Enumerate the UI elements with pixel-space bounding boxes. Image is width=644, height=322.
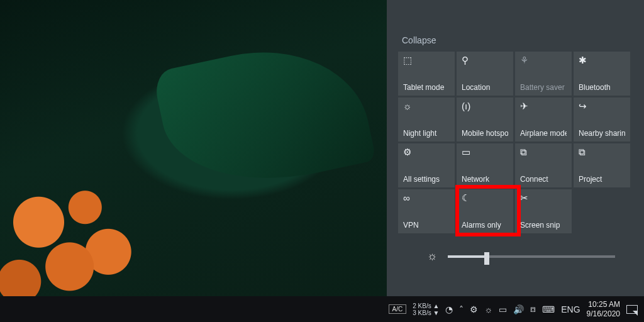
tile-focus-assist[interactable]: ☾ Alarms only — [457, 189, 513, 233]
tile-network[interactable]: ▭ Network — [457, 143, 513, 187]
slider-thumb[interactable] — [484, 252, 489, 265]
tile-label: All settings — [403, 175, 450, 184]
tray-keyboard-icon[interactable]: ⌨ — [542, 304, 555, 314]
taskbar-right: A/C 2 KB/s ▲ 3 KB/s ▼ ◔ ˄ ⚙ ☼ ▭ 🔊 ⧈ ⌨ EN… — [389, 300, 644, 318]
tray-volume-icon[interactable]: 🔊 — [513, 304, 524, 314]
language-indicator[interactable]: ENG — [561, 304, 580, 314]
tile-battery-saver[interactable]: ⚘ Battery saver — [515, 52, 572, 96]
clock-time: 10:25 AM — [587, 300, 620, 309]
snip-icon: ✂ — [520, 193, 567, 203]
leaf-icon: ⚘ — [520, 55, 567, 65]
tile-label: VPN — [403, 221, 450, 230]
sun-icon: ☼ — [403, 101, 450, 111]
tray-dropbox-icon[interactable]: ⧈ — [530, 304, 536, 314]
location-icon: ⚲ — [462, 55, 508, 65]
tile-all-settings[interactable]: ⚙ All settings — [398, 143, 455, 187]
connect-icon: ⧉ — [520, 147, 567, 157]
tile-label: Project — [579, 175, 625, 184]
collapse-link[interactable]: Collapse — [402, 35, 436, 45]
tile-label: Bluetooth — [579, 83, 625, 92]
tile-label: Network — [462, 175, 508, 184]
tile-label: Connect — [520, 175, 567, 184]
tile-label: Night light — [403, 129, 450, 138]
tray-battery-icon[interactable]: ▭ — [499, 304, 507, 314]
tile-screen-snip[interactable]: ✂ Screen snip — [515, 189, 572, 233]
net-up: 2 KB/s ▲ — [413, 303, 439, 309]
tile-night-light[interactable]: ☼ Night light — [398, 97, 455, 142]
moon-icon: ☾ — [462, 193, 508, 203]
share-icon: ↪ — [579, 101, 625, 111]
tile-label: Nearby sharing — [579, 129, 625, 138]
vpn-icon: ∞ — [403, 193, 450, 203]
tile-label: Alarms only — [462, 221, 508, 230]
airplane-icon: ✈ — [520, 101, 567, 111]
quick-actions-grid: ⬚ Tablet mode ⚲ Location ⚘ Battery saver… — [398, 52, 633, 233]
tile-bluetooth[interactable]: ✱ Bluetooth — [574, 52, 630, 96]
network-icon: ▭ — [462, 147, 508, 157]
tile-label: Screen snip — [520, 221, 567, 230]
tile-mobile-hotspot[interactable]: (ı) Mobile hotspot — [457, 97, 513, 142]
tile-label: Battery saver — [520, 83, 567, 92]
tile-connect[interactable]: ⧉ Connect — [515, 143, 572, 187]
hotspot-icon: (ı) — [462, 101, 508, 111]
slider-fill — [448, 255, 485, 258]
clock[interactable]: 10:25 AM 9/16/2020 — [587, 300, 620, 318]
tile-label: Location — [462, 83, 508, 92]
action-center-panel: Collapse ⬚ Tablet mode ⚲ Location ⚘ Batt… — [387, 0, 644, 296]
tile-label: Tablet mode — [403, 83, 450, 92]
gear-icon: ⚙ — [403, 147, 450, 157]
tray-pie-icon[interactable]: ◔ — [445, 304, 453, 314]
tray-brightness-icon[interactable]: ☼ — [484, 304, 492, 314]
tile-label: Airplane mode — [520, 129, 567, 138]
tile-airplane-mode[interactable]: ✈ Airplane mode — [515, 97, 572, 142]
brightness-row: ☼ — [398, 250, 633, 263]
tile-vpn[interactable]: ∞ VPN — [398, 189, 455, 233]
tray-wifi-icon[interactable]: ⚙ — [470, 304, 478, 314]
project-icon: ⧉ — [579, 147, 625, 157]
taskbar: A/C 2 KB/s ▲ 3 KB/s ▼ ◔ ˄ ⚙ ☼ ▭ 🔊 ⧈ ⌨ EN… — [0, 296, 644, 322]
tray-chevron-up-icon[interactable]: ˄ — [459, 304, 464, 314]
tile-tablet-mode[interactable]: ⬚ Tablet mode — [398, 52, 455, 96]
power-indicator[interactable]: A/C — [389, 304, 407, 314]
tablet-icon: ⬚ — [403, 55, 450, 65]
tile-label: Mobile hotspot — [462, 129, 508, 138]
brightness-icon: ☼ — [427, 250, 438, 263]
tile-project[interactable]: ⧉ Project — [574, 143, 630, 187]
screen: Collapse ⬚ Tablet mode ⚲ Location ⚘ Batt… — [0, 0, 644, 322]
tile-nearby-sharing[interactable]: ↪ Nearby sharing — [574, 97, 630, 142]
bluetooth-icon: ✱ — [579, 55, 625, 65]
brightness-slider[interactable] — [448, 255, 616, 258]
tile-location[interactable]: ⚲ Location — [457, 52, 513, 96]
clock-date: 9/16/2020 — [587, 309, 620, 318]
action-center-button[interactable] — [626, 305, 638, 314]
net-down: 3 KB/s ▼ — [413, 309, 439, 316]
desktop-wallpaper — [0, 0, 387, 296]
network-meter[interactable]: 2 KB/s ▲ 3 KB/s ▼ — [413, 303, 439, 316]
